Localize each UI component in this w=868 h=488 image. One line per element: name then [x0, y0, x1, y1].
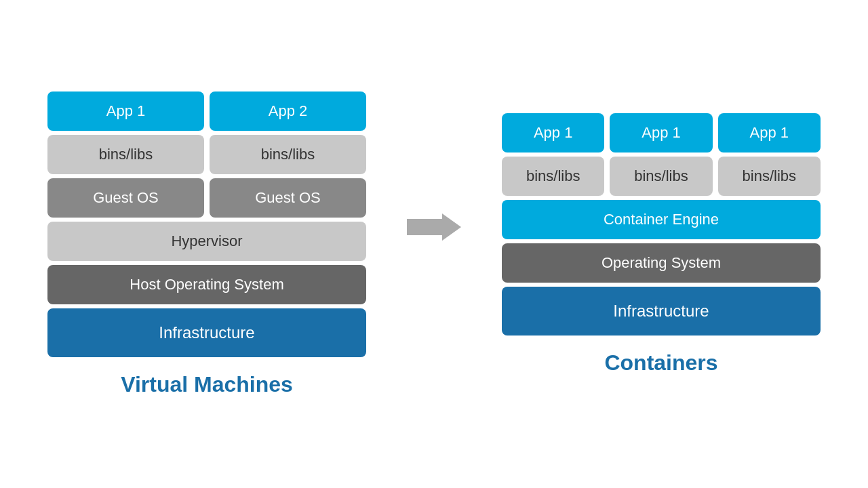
ct-bins3: bins/libs	[718, 157, 821, 196]
ct-app2: App 1	[610, 113, 712, 152]
ct-engine: Container Engine	[502, 200, 821, 239]
vm-row-bins: bins/libs bins/libs	[47, 135, 366, 174]
ct-infra: Infrastructure	[502, 287, 821, 336]
vm-guestos1: Guest OS	[47, 178, 204, 218]
ct-bins2: bins/libs	[610, 157, 712, 196]
arrow-icon	[407, 210, 461, 244]
vm-stack: App 1 App 2 bins/libs bins/libs Guest OS…	[47, 92, 366, 357]
arrow-container	[407, 210, 461, 244]
containers-section: App 1 App 1 App 1 bins/libs bins/libs bi…	[502, 113, 821, 375]
ct-app3: App 1	[718, 113, 821, 152]
ct-os: Operating System	[502, 243, 821, 283]
containers-stack: App 1 App 1 App 1 bins/libs bins/libs bi…	[502, 113, 821, 336]
ct-row-bins: bins/libs bins/libs bins/libs	[502, 157, 821, 196]
vm-infra: Infrastructure	[47, 308, 366, 357]
ct-row-os: Operating System	[502, 243, 821, 283]
vm-bins1: bins/libs	[47, 135, 204, 174]
vm-row-guestos: Guest OS Guest OS	[47, 178, 366, 218]
vm-row-hostos: Host Operating System	[47, 265, 366, 304]
vm-row-hypervisor: Hypervisor	[47, 222, 366, 261]
vm-section: App 1 App 2 bins/libs bins/libs Guest OS…	[47, 92, 366, 397]
vm-bins2: bins/libs	[210, 135, 366, 174]
svg-marker-0	[407, 214, 461, 241]
vm-hypervisor: Hypervisor	[47, 222, 366, 261]
vm-guestos2: Guest OS	[210, 178, 366, 218]
main-layout: App 1 App 2 bins/libs bins/libs Guest OS…	[0, 78, 868, 411]
ct-row-engine: Container Engine	[502, 200, 821, 239]
vm-app2: App 2	[210, 92, 366, 131]
vm-app1: App 1	[47, 92, 204, 131]
vm-hostos: Host Operating System	[47, 265, 366, 304]
vm-row-infra: Infrastructure	[47, 308, 366, 357]
ct-bins1: bins/libs	[502, 157, 604, 196]
vm-row-apps: App 1 App 2	[47, 92, 366, 131]
containers-title: Containers	[604, 350, 717, 375]
ct-row-apps: App 1 App 1 App 1	[502, 113, 821, 152]
vm-title: Virtual Machines	[121, 372, 293, 397]
ct-app1: App 1	[502, 113, 604, 152]
ct-row-infra: Infrastructure	[502, 287, 821, 336]
